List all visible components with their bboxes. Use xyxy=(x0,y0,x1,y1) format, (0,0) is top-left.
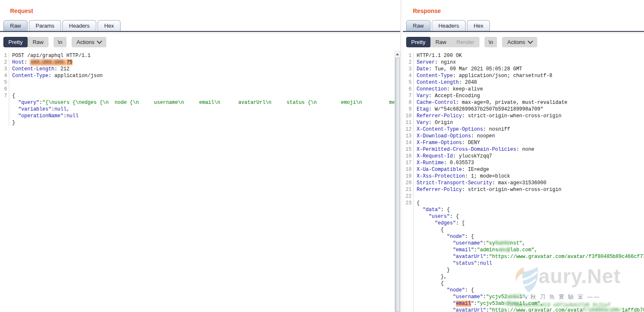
scrollbar-thumb[interactable] xyxy=(395,58,400,312)
line-number xyxy=(403,227,414,233)
code-line: "users": { xyxy=(403,213,644,220)
line-content: Vary: Origin xyxy=(417,119,453,126)
code-line: }, xyxy=(403,273,644,280)
line-content: HTTP/1.1 200 OK xyxy=(417,52,462,59)
code-line: "query":"{\nusers {\nedges {\n node {\n … xyxy=(0,99,394,106)
line-content: Referrer-Policy: strict-origin-when-cros… xyxy=(417,113,562,119)
line-content: Content-Type: application/json xyxy=(12,72,103,79)
response-tabs: RawHeadersHex xyxy=(406,20,644,31)
line-content: Strict-Transport-Security: max-age=31536… xyxy=(417,180,546,186)
response-newline-toggle-button[interactable]: \n xyxy=(484,37,497,47)
line-content: "node": { xyxy=(417,233,474,240)
code-line: 7{ xyxy=(0,93,394,99)
code-line: "email":"adm1nsabc@lab.com", xyxy=(403,247,644,253)
response-tab-headers[interactable]: Headers xyxy=(432,20,466,31)
response-actions-button[interactable]: Actions xyxy=(502,37,537,47)
code-line: 19X-Xss-Protection: 1; mode=block xyxy=(403,173,644,180)
line-number: 3 xyxy=(0,66,9,72)
line-number: 20 xyxy=(403,180,414,186)
response-toolbar: PrettyRawRender\nActions xyxy=(406,37,537,47)
request-editor[interactable]: 1POST /api/graphql HTTP/1.12Host: 103.20… xyxy=(0,51,394,312)
line-content: Host: 103.203.103.75 xyxy=(12,59,72,66)
line-content: X-Ua-Compatible: IE=edge xyxy=(417,166,489,173)
line-number xyxy=(0,106,9,113)
code-line: "avatarUrl":"https://www.gravatar.com/av… xyxy=(403,253,644,260)
request-tab-params[interactable]: Params xyxy=(29,20,61,31)
request-actions-button[interactable]: Actions xyxy=(72,37,107,47)
line-number: 13 xyxy=(403,133,414,139)
code-line: 4Content-Type: application/json; charset… xyxy=(403,72,644,79)
code-line: 5 xyxy=(0,79,394,86)
line-number: 3 xyxy=(403,66,414,72)
code-line: 6 xyxy=(0,86,394,93)
line-number xyxy=(403,287,414,294)
line-content: { xyxy=(417,280,444,287)
code-line: 2Host: 103.203.103.75 xyxy=(0,59,394,66)
code-line: 1POST /api/graphql HTTP/1.1 xyxy=(0,52,394,59)
line-number: 2 xyxy=(0,59,9,66)
line-number: 1 xyxy=(0,52,9,59)
code-line: 22 xyxy=(403,193,644,200)
line-number xyxy=(0,99,9,106)
response-render-button[interactable]: Render xyxy=(451,37,479,47)
response-raw-button[interactable]: Raw xyxy=(430,37,451,47)
line-number xyxy=(403,247,414,253)
line-content xyxy=(12,79,15,86)
code-line: 23{ xyxy=(403,200,644,206)
code-line: 6Connection: keep-alive xyxy=(403,86,644,93)
line-content: { xyxy=(417,200,420,206)
request-scrollbar[interactable] xyxy=(394,51,400,312)
line-content: X-Content-Type-Options: nosniff xyxy=(417,126,510,133)
line-number: 16 xyxy=(403,153,414,160)
line-content: Etag: W/"54c682699637b2507b5942189998a70… xyxy=(417,106,543,113)
request-toolbar: PrettyRaw\nActions xyxy=(3,37,106,47)
line-number xyxy=(403,220,414,227)
line-number: 4 xyxy=(0,72,9,79)
line-number: 18 xyxy=(403,166,414,173)
line-content: POST /api/graphql HTTP/1.1 xyxy=(12,52,90,59)
line-number: 7 xyxy=(403,93,414,99)
line-content: } xyxy=(417,267,450,273)
response-pretty-button[interactable]: Pretty xyxy=(406,37,430,47)
tab-underline-light xyxy=(403,33,644,33)
line-content: "email":"adm1nsabc@lab.com", xyxy=(417,247,537,253)
code-line: 3Date: Tue, 09 Mar 2021 05:05:28 GMT xyxy=(403,66,644,72)
line-content: "users": { xyxy=(417,213,459,220)
code-line: } xyxy=(0,119,394,126)
response-viewer[interactable]: 1HTTP/1.1 200 OK2Server: nginx3Date: Tue… xyxy=(403,51,644,312)
line-number xyxy=(403,240,414,247)
scroll-up-button[interactable] xyxy=(394,51,400,57)
line-content: "node": { xyxy=(417,287,474,294)
code-line: 12X-Content-Type-Options: nosniff xyxy=(403,126,644,133)
line-content: } xyxy=(12,119,15,126)
line-number: 9 xyxy=(403,106,414,113)
request-actions-label: Actions xyxy=(77,39,95,45)
request-tab-raw[interactable]: Raw xyxy=(3,20,28,31)
line-number xyxy=(403,307,414,312)
request-pretty-button[interactable]: Pretty xyxy=(3,37,28,47)
line-content: X-Permitted-Cross-Domain-Policies: none xyxy=(417,146,534,153)
line-number: 10 xyxy=(403,113,414,119)
chevron-down-icon xyxy=(97,39,103,44)
line-number: 12 xyxy=(403,126,414,133)
request-raw-button[interactable]: Raw xyxy=(28,37,49,47)
code-line: 13X-Download-Options: noopen xyxy=(403,133,644,139)
code-line: "node": { xyxy=(403,287,644,294)
line-number xyxy=(403,273,414,280)
line-number: 17 xyxy=(403,160,414,166)
request-tab-headers[interactable]: Headers xyxy=(62,20,96,31)
code-line: "status":null xyxy=(403,260,644,267)
code-line: 11Vary: Origin xyxy=(403,119,644,126)
code-line: "avatarUrl":"https://www.gravatar.com/av… xyxy=(403,307,644,312)
request-panel: Request RawParamsHeadersHex PrettyRaw\nA… xyxy=(0,0,400,312)
line-content: Date: Tue, 09 Mar 2021 05:05:28 GMT xyxy=(417,66,522,72)
request-newline-toggle-button[interactable]: \n xyxy=(54,37,67,47)
line-content: X-Frame-Options: DENY xyxy=(417,139,480,146)
line-number xyxy=(403,294,414,300)
line-content: Content-Length: 2048 xyxy=(417,79,477,86)
request-tab-hex[interactable]: Hex xyxy=(98,20,121,31)
code-line: } xyxy=(403,267,644,273)
line-content: Content-Length: 212 xyxy=(12,66,70,72)
response-tab-hex[interactable]: Hex xyxy=(467,20,490,31)
response-tab-raw[interactable]: Raw xyxy=(406,20,430,31)
